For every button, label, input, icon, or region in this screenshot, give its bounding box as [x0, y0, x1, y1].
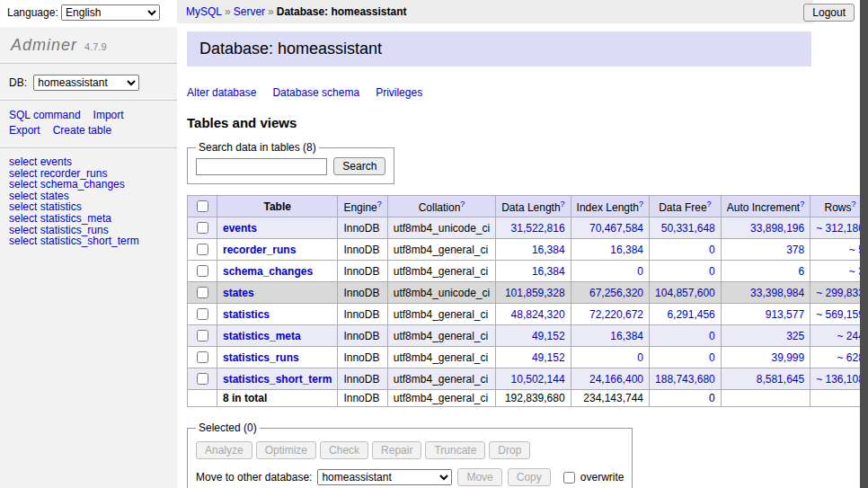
- search-button[interactable]: Search: [333, 157, 385, 175]
- table-row: eventsInnoDButf8mb4_unicode_ci31,522,816…: [188, 217, 861, 239]
- table-row: statistics_runsInnoDButf8mb4_general_ci4…: [188, 347, 861, 368]
- language-label: Language:: [7, 6, 58, 19]
- rows-count-link[interactable]: ~ 299,833: [816, 287, 860, 299]
- column-header-data-length: Data Length?: [496, 196, 571, 217]
- table-link-statistics-runs[interactable]: statistics_runs: [223, 351, 299, 364]
- data-length-cell: 49,152: [496, 347, 571, 368]
- privileges-link[interactable]: Privileges: [376, 86, 422, 99]
- help-link[interactable]: ?: [707, 200, 712, 209]
- sidebar: Adminer 4.7.9 DB: homeassistant SQL comm…: [0, 27, 177, 488]
- column-header-auto-increment: Auto Increment?: [721, 196, 810, 217]
- data-length-cell: 48,824,320: [496, 304, 571, 325]
- drop-button[interactable]: Drop: [489, 441, 530, 459]
- collation-cell: utf8mb4_general_ci: [387, 368, 495, 390]
- auto-increment-cell: 325: [721, 325, 810, 347]
- logout-button[interactable]: Logout: [803, 4, 855, 22]
- sidebar-item-select-schema-changes[interactable]: select schema_changes: [9, 179, 168, 191]
- auto-increment-cell: 33,398,984: [721, 282, 810, 304]
- table-name-cell: statistics_runs: [217, 347, 338, 368]
- check-button[interactable]: Check: [320, 441, 368, 459]
- search-fieldset: Search data in tables (8) Search: [187, 141, 394, 184]
- sidebar-link-create-table[interactable]: Create table: [53, 124, 111, 137]
- rows-count-link[interactable]: ~ 3: [849, 265, 860, 278]
- bulk-action-buttons: AnalyzeOptimizeCheckRepairTruncateDrop: [196, 441, 624, 459]
- search-input[interactable]: [196, 158, 327, 175]
- collation-cell: utf8mb4_general_ci: [387, 304, 495, 325]
- data-length-cell: 31,522,816: [496, 217, 571, 239]
- db-select[interactable]: homeassistant: [33, 75, 139, 91]
- help-link[interactable]: ?: [561, 200, 565, 209]
- table-link-statistics[interactable]: statistics: [223, 308, 270, 321]
- rows-cell: ~ 299,833: [810, 282, 860, 304]
- rows-count-link[interactable]: ~ 628: [837, 351, 861, 364]
- move-button[interactable]: Move: [457, 468, 501, 486]
- help-link[interactable]: ?: [852, 200, 856, 209]
- help-link[interactable]: ?: [639, 200, 643, 209]
- engine-cell: InnoDB: [338, 368, 387, 390]
- rows-count-link[interactable]: ~ 244: [837, 330, 861, 342]
- select-all-checkbox[interactable]: [197, 200, 208, 212]
- table-name-cell: recorder_runs: [217, 239, 338, 261]
- row-checkbox[interactable]: [197, 308, 208, 320]
- logout-area: Logout: [803, 4, 855, 22]
- truncate-button[interactable]: Truncate: [425, 441, 485, 459]
- database-schema-link[interactable]: Database schema: [272, 86, 359, 99]
- table-link-schema-changes[interactable]: schema_changes: [223, 265, 313, 278]
- data-free-cell: 188,743,680: [650, 368, 722, 390]
- rows-count-link[interactable]: ~ 312,180: [816, 222, 860, 235]
- table-link-events[interactable]: events: [223, 222, 257, 235]
- repair-button[interactable]: Repair: [372, 441, 421, 459]
- index-length-cell: 72,220,672: [571, 304, 649, 325]
- sidebar-link-sql-command[interactable]: SQL command: [9, 109, 81, 121]
- auto-increment-cell: 6: [721, 261, 810, 282]
- data-free-cell: 0: [650, 261, 722, 282]
- optimize-button[interactable]: Optimize: [256, 441, 316, 459]
- row-checkbox[interactable]: [197, 265, 208, 277]
- sidebar-table-links: select eventsselect recorder_runsselect …: [0, 148, 177, 255]
- rows-count-link[interactable]: ~ 136,108: [816, 373, 860, 386]
- alter-database-link[interactable]: Alter database: [187, 86, 256, 99]
- column-header-engine: Engine?: [338, 196, 387, 217]
- table-link-statistics-short-term[interactable]: statistics_short_term: [223, 373, 332, 386]
- rows-count-link[interactable]: ~ 5: [849, 244, 860, 256]
- overwrite-checkbox[interactable]: [563, 472, 575, 484]
- row-checkbox[interactable]: [197, 287, 208, 298]
- index-length-cell: 67,256,320: [571, 282, 649, 304]
- collation-cell: utf8mb4_general_ci: [387, 261, 495, 282]
- overwrite-option: overwrite: [560, 469, 624, 486]
- sidebar-item-select-statistics-short-term[interactable]: select statistics_short_term: [9, 235, 168, 247]
- scrollbar[interactable]: [860, 0, 868, 488]
- selected-fieldset: Selected (0) AnalyzeOptimizeCheckRepairT…: [187, 421, 633, 488]
- copy-button[interactable]: Copy: [508, 468, 551, 486]
- move-db-select[interactable]: homeassistant: [317, 469, 452, 485]
- scrollbar-thumb[interactable]: [860, 0, 868, 488]
- app-title: Adminer 4.7.9: [0, 27, 177, 64]
- row-checkbox[interactable]: [197, 330, 208, 342]
- help-link[interactable]: ?: [800, 200, 804, 209]
- table-name-cell: 8 in total: [217, 390, 338, 407]
- rows-count-link[interactable]: ~ 569,159: [816, 308, 860, 321]
- move-row: Move to other database: homeassistant Mo…: [196, 468, 624, 486]
- sidebar-link-import[interactable]: Import: [93, 109, 124, 121]
- row-checkbox[interactable]: [197, 222, 208, 234]
- sidebar-item-select-events[interactable]: select events: [9, 156, 168, 168]
- help-link[interactable]: ?: [377, 200, 382, 209]
- breadcrumb-item-server[interactable]: Server: [234, 5, 265, 18]
- sidebar-link-export[interactable]: Export: [9, 124, 40, 137]
- row-select-cell: [188, 368, 217, 390]
- row-checkbox[interactable]: [197, 351, 208, 363]
- help-link[interactable]: ?: [460, 200, 465, 209]
- row-checkbox[interactable]: [197, 373, 208, 385]
- table-link-states[interactable]: states: [223, 287, 254, 299]
- sidebar-item-select-statistics-meta[interactable]: select statistics_meta: [9, 213, 168, 225]
- breadcrumb-item-mysql[interactable]: MySQL: [186, 5, 222, 18]
- row-checkbox[interactable]: [197, 244, 208, 255]
- collation-cell: utf8mb4_general_ci: [387, 239, 495, 261]
- language-select[interactable]: English: [61, 4, 160, 21]
- table-link-statistics-meta[interactable]: statistics_meta: [223, 330, 301, 342]
- data-length-cell: 192,839,680: [496, 390, 571, 407]
- table-link-recorder-runs[interactable]: recorder_runs: [223, 244, 296, 256]
- engine-cell: InnoDB: [338, 325, 387, 347]
- column-header-index-length: Index Length?: [571, 196, 649, 217]
- analyze-button[interactable]: Analyze: [196, 441, 252, 459]
